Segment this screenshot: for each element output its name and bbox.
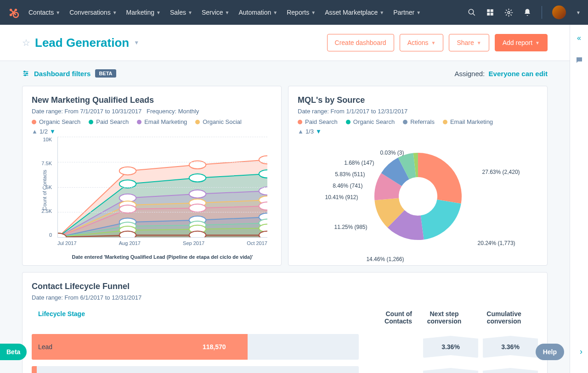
nav-item[interactable]: Marketing ▼ [126, 9, 161, 16]
slice-label: 27.63% (2,420) [482, 169, 520, 175]
nav-item[interactable]: Automation ▼ [238, 9, 277, 16]
card-funnel: Contact Lifecycle Funnel Date range: Fro… [22, 272, 548, 373]
legend-item: Paid Search [89, 118, 129, 125]
legend-item: Organic Search [32, 118, 80, 125]
collapse-icon[interactable]: « [577, 34, 581, 42]
legend-item: Organic Search [346, 118, 395, 125]
search-icon[interactable] [468, 8, 476, 17]
card-mql-source: MQL's by Source Date range: From 1/1/201… [288, 86, 548, 266]
slice-label: 10.41% (912) [325, 194, 358, 200]
expand-icon[interactable]: › [580, 347, 582, 356]
help-pill[interactable]: Help [536, 344, 564, 360]
date-range: Date range: From 6/1/2017 to 12/31/2017 [32, 294, 538, 301]
svg-point-13 [24, 71, 25, 72]
pager-next-icon[interactable]: ▼ [316, 128, 322, 135]
funnel-row: Lead118,5703.36%3.36% [32, 334, 538, 360]
area-chart: Count of Contacts 10K7.5K5K2.5K0 Jul 201… [32, 137, 272, 256]
frequency: Frequency: Monthly [147, 108, 199, 115]
svg-point-15 [24, 75, 26, 76]
y-axis: 10K7.5K5K2.5K0 [32, 137, 55, 238]
col-stage: Lifecycle Stage [38, 310, 352, 325]
comment-icon[interactable] [575, 56, 583, 64]
nav-item[interactable]: Sales ▼ [170, 9, 192, 16]
legend-item: Email Marketing [443, 118, 493, 125]
divider [542, 6, 542, 19]
funnel-bar: Marketing Qualified Lead3,984 [32, 366, 359, 373]
pct-next: 3.36% [423, 336, 478, 358]
nav-item[interactable]: Contacts ▼ [28, 9, 60, 16]
page-header: ☆ Lead Generation ▼ Create dashboard Act… [0, 25, 570, 61]
marketplace-icon[interactable] [486, 8, 494, 17]
nav-item[interactable]: Service ▼ [202, 9, 230, 16]
gear-icon[interactable] [504, 8, 513, 17]
svg-point-14 [26, 73, 28, 74]
bell-icon[interactable] [523, 8, 531, 17]
date-range: Date range: From 1/1/2017 to 12/31/2017 [298, 108, 538, 115]
svg-point-49 [119, 231, 136, 237]
col-next: Next step conversion [417, 310, 472, 325]
nav-item[interactable]: Conversations ▼ [69, 9, 117, 16]
funnel-row: Marketing Qualified Lead3,98442.22%1.42% [32, 366, 538, 373]
nav-item[interactable]: Asset Marketplace ▼ [325, 9, 384, 16]
card-title: New Marketing Qualified Leads [32, 95, 272, 105]
create-dashboard-button[interactable]: Create dashboard [327, 34, 394, 51]
slice-label: 14.46% (1,266) [366, 256, 404, 262]
nav-right: ▼ [468, 6, 581, 19]
nav-item[interactable]: Partner ▼ [393, 9, 421, 16]
x-axis: Jul 2017Aug 2017Sep 2017Oct 2017 [57, 240, 267, 246]
filter-icon[interactable] [22, 70, 29, 77]
pager-prev-icon[interactable]: ▲ [298, 128, 304, 135]
legend-item: Paid Search [298, 118, 338, 125]
chevron-down-icon[interactable]: ▼ [576, 10, 581, 15]
nav-item[interactable]: Reports ▼ [287, 9, 316, 16]
svg-point-26 [189, 190, 206, 198]
slice-label: 8.46% (741) [333, 183, 362, 189]
legend: Organic SearchPaid SearchEmail Marketing… [32, 118, 272, 125]
svg-point-34 [189, 204, 206, 212]
slice-label: 5.83% (511) [335, 171, 365, 178]
slice-label: 0.03% (3) [380, 150, 404, 156]
legend: Paid SearchOrganic SearchReferralsEmail … [298, 118, 538, 125]
right-rail: « › [570, 25, 588, 373]
x-axis-label: Date entered 'Marketing Qualified Lead (… [57, 254, 267, 260]
add-report-button[interactable]: Add report▼ [495, 34, 548, 51]
svg-point-9 [508, 11, 510, 14]
avatar[interactable] [552, 6, 566, 19]
dashboard-filters-link[interactable]: Dashboard filters [34, 70, 90, 78]
svg-rect-5 [487, 9, 490, 12]
svg-point-22 [189, 174, 206, 182]
pager: ▲1/3▼ [298, 128, 538, 135]
nav-items: Contacts ▼Conversations ▼Marketing ▼Sale… [28, 9, 468, 16]
card-title: Contact Lifecycle Funnel [32, 282, 538, 291]
chevron-down-icon: ▼ [134, 39, 139, 46]
svg-point-17 [119, 167, 136, 175]
svg-rect-6 [491, 9, 493, 12]
page-title[interactable]: Lead Generation ▼ [35, 36, 139, 50]
donut-chart: 27.63% (2,420)20.24% (1,773)14.46% (1,26… [298, 137, 538, 256]
pager-next-icon[interactable]: ▼ [50, 128, 56, 135]
slice-label: 20.24% (1,773) [478, 240, 515, 246]
col-cum: Cumulative conversion [476, 310, 531, 325]
svg-point-4 [469, 9, 474, 14]
assigned-value-link[interactable]: Everyone can edit [489, 70, 548, 78]
svg-rect-8 [491, 13, 493, 16]
favorite-star-icon[interactable]: ☆ [22, 37, 30, 48]
col-count: Count of Contacts [357, 310, 412, 325]
pct-cum: 3.36% [483, 336, 538, 358]
card-title: MQL's by Source [298, 95, 538, 105]
hubspot-logo[interactable] [7, 6, 19, 18]
beta-badge: BETA [95, 69, 116, 78]
date-range: Date range: From 7/1/2017 to 10/31/2017 [32, 108, 141, 115]
assigned-label: Assigned: Everyone can edit [454, 70, 548, 78]
actions-button[interactable]: Actions▼ [400, 34, 444, 51]
plot-area [57, 137, 267, 238]
slice-label: 1.68% (147) [344, 160, 374, 166]
legend-item: Referrals [403, 118, 435, 125]
pct-cum: 1.42% [483, 368, 538, 373]
filters-row: Dashboard filters BETA Assigned: Everyon… [0, 61, 570, 86]
beta-pill[interactable]: Beta [0, 344, 27, 360]
svg-rect-7 [487, 13, 490, 16]
pager: ▲1/2▼ [32, 128, 272, 135]
share-button[interactable]: Share▼ [449, 34, 489, 51]
pager-prev-icon[interactable]: ▲ [32, 128, 38, 135]
